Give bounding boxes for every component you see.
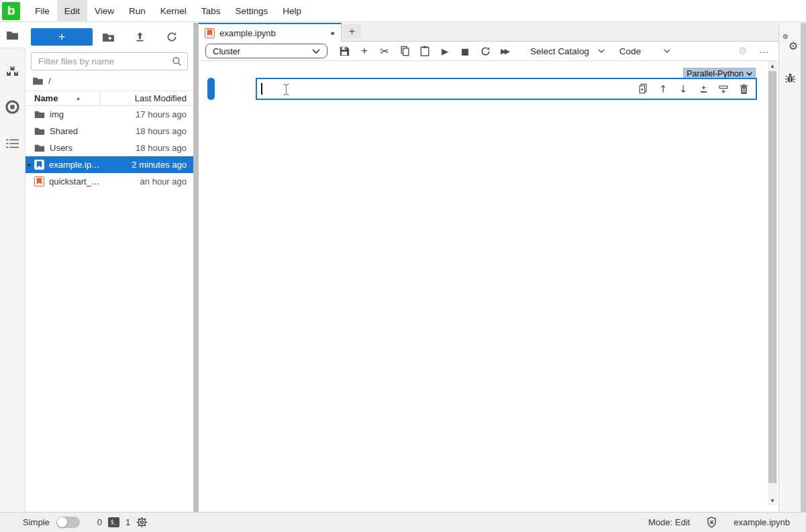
file-row-example-notebook[interactable]: ● example.ip… 2 minutes ago bbox=[26, 156, 193, 173]
file-row-img[interactable]: img 17 hours ago bbox=[26, 106, 193, 123]
file-list-header: Name ▲ Last Modified bbox=[26, 91, 193, 106]
arrow-up-icon: ↑ bbox=[659, 83, 668, 95]
stop-icon: ■ bbox=[461, 46, 469, 56]
plus-icon: + bbox=[349, 25, 355, 38]
menu-edit[interactable]: Edit bbox=[57, 0, 87, 22]
delete-cell-button[interactable] bbox=[738, 83, 750, 96]
catalog-select[interactable]: Select Catalog bbox=[530, 46, 605, 56]
paste-icon bbox=[420, 46, 430, 56]
scroll-up-arrow[interactable]: ▲ bbox=[768, 61, 777, 70]
simple-mode-label: Simple bbox=[23, 517, 50, 527]
insert-cell-button[interactable]: + bbox=[354, 42, 374, 60]
file-browser-toolbar: + bbox=[26, 23, 193, 47]
app-logo: b bbox=[2, 2, 20, 20]
menu-run[interactable]: Run bbox=[121, 0, 153, 22]
app-logo-letter: b bbox=[7, 3, 15, 18]
insert-cell-below-icon bbox=[718, 84, 729, 95]
cut-cells-button[interactable]: ✂ bbox=[374, 42, 395, 60]
sidebar-tab-file-browser[interactable] bbox=[0, 23, 26, 48]
tab-example-notebook[interactable]: example.ipynb ● bbox=[199, 23, 342, 42]
current-file-label[interactable]: example.ipynb bbox=[734, 517, 790, 527]
folder-icon bbox=[34, 127, 45, 136]
sidebar-tab-toc[interactable] bbox=[0, 131, 26, 156]
folder-icon bbox=[6, 30, 19, 40]
run-cell-button[interactable]: ▶ bbox=[435, 42, 455, 60]
kernel-count[interactable]: 1 bbox=[125, 517, 130, 527]
notebook-scrollbar[interactable]: ▲ ▼ bbox=[768, 61, 777, 505]
insert-cell-above-icon bbox=[699, 84, 709, 95]
scroll-down-arrow[interactable]: ▼ bbox=[768, 496, 777, 505]
simple-mode-toggle[interactable] bbox=[56, 517, 80, 528]
file-browser-panel: + bbox=[26, 23, 193, 512]
chevron-down-icon bbox=[664, 49, 670, 53]
file-row-shared[interactable]: Shared 18 hours ago bbox=[26, 123, 193, 140]
cluster-select[interactable]: Cluster bbox=[205, 44, 328, 58]
restart-icon bbox=[481, 46, 491, 56]
menu-view[interactable]: View bbox=[87, 0, 121, 22]
mouse-ibeam-cursor bbox=[283, 83, 290, 96]
interrupt-kernel-button[interactable]: ■ bbox=[455, 42, 475, 60]
menu-settings[interactable]: Settings bbox=[228, 0, 275, 22]
sidebar-tab-property-inspector[interactable]: ⚙ ⚙ bbox=[779, 30, 801, 56]
insert-cell-below-button[interactable] bbox=[717, 83, 729, 96]
kernel-chip-icon bbox=[136, 517, 148, 528]
more-commands-button[interactable]: … bbox=[753, 43, 776, 59]
cell-toolbar: ↑ ↓ bbox=[637, 83, 756, 96]
new-folder-button[interactable] bbox=[93, 32, 124, 42]
home-folder-icon[interactable] bbox=[32, 76, 44, 85]
column-header-name[interactable]: Name ▲ bbox=[26, 91, 101, 105]
chevron-down-icon bbox=[312, 49, 320, 54]
arrow-down-icon: ↓ bbox=[679, 83, 688, 95]
upload-button[interactable] bbox=[124, 32, 156, 42]
new-launcher-button[interactable]: + bbox=[31, 28, 93, 46]
menu-file[interactable]: File bbox=[28, 0, 57, 22]
paste-cells-button[interactable] bbox=[415, 42, 435, 60]
breadcrumb[interactable]: / bbox=[26, 72, 193, 89]
terminal-count[interactable]: 0 bbox=[97, 517, 102, 527]
new-folder-icon bbox=[102, 32, 115, 42]
not-trusted-shield-icon[interactable] bbox=[707, 517, 717, 528]
notebook-content: Parallel-Python ↑ bbox=[199, 61, 778, 512]
insert-cell-above-button[interactable] bbox=[697, 83, 709, 96]
menu-kernel[interactable]: Kernel bbox=[153, 0, 194, 22]
copy-icon bbox=[400, 46, 410, 56]
sidebar-tab-cluster[interactable] bbox=[0, 59, 26, 85]
file-row-users[interactable]: Users 18 hours ago bbox=[26, 140, 193, 156]
refresh-button[interactable] bbox=[156, 32, 188, 42]
tab-bar: example.ipynb ● + bbox=[199, 23, 778, 42]
gears-icon: ⚙ ⚙ bbox=[783, 36, 797, 50]
copy-cells-button[interactable] bbox=[395, 42, 415, 60]
save-button[interactable] bbox=[334, 42, 354, 60]
unsaved-changes-dot[interactable]: ● bbox=[330, 29, 335, 37]
sidebar-tab-running[interactable] bbox=[0, 94, 26, 119]
move-cell-up-button[interactable]: ↑ bbox=[657, 83, 669, 96]
restart-kernel-button[interactable] bbox=[475, 42, 495, 60]
file-row-quickstart-notebook[interactable]: quickstart_… an hour ago bbox=[26, 173, 193, 190]
panel-splitter[interactable] bbox=[193, 23, 199, 512]
cell-collapser[interactable] bbox=[207, 78, 215, 100]
notebook-toolbar: Cluster + ✂ ▶ bbox=[199, 42, 778, 61]
file-filter-input[interactable] bbox=[37, 56, 172, 67]
menu-help[interactable]: Help bbox=[275, 0, 309, 22]
cell-type-select[interactable]: Code bbox=[619, 46, 670, 56]
column-header-modified[interactable]: Last Modified bbox=[101, 93, 193, 103]
move-cell-down-button[interactable]: ↓ bbox=[677, 83, 689, 96]
code-cell[interactable]: ↑ ↓ bbox=[256, 78, 757, 100]
new-tab-button[interactable]: + bbox=[343, 24, 361, 39]
breadcrumb-root[interactable]: / bbox=[48, 76, 51, 86]
folder-icon bbox=[34, 144, 45, 152]
restart-run-all-button[interactable]: ▶▶ bbox=[495, 42, 515, 60]
plus-icon: + bbox=[58, 30, 65, 44]
list-icon bbox=[6, 139, 19, 148]
window-scrollbar-strip[interactable] bbox=[801, 23, 806, 512]
gear-icon: ⚙ bbox=[733, 45, 753, 57]
chevron-down-icon bbox=[598, 49, 605, 53]
menu-tabs[interactable]: Tabs bbox=[194, 0, 228, 22]
file-filter bbox=[31, 52, 188, 70]
upload-icon bbox=[135, 32, 145, 42]
duplicate-cell-button[interactable] bbox=[637, 83, 649, 96]
notebook-file-icon bbox=[34, 176, 44, 187]
mode-indicator[interactable]: Mode: Edit bbox=[648, 517, 690, 527]
sidebar-tab-debugger[interactable] bbox=[779, 64, 801, 91]
scrollbar-thumb[interactable] bbox=[768, 71, 776, 483]
